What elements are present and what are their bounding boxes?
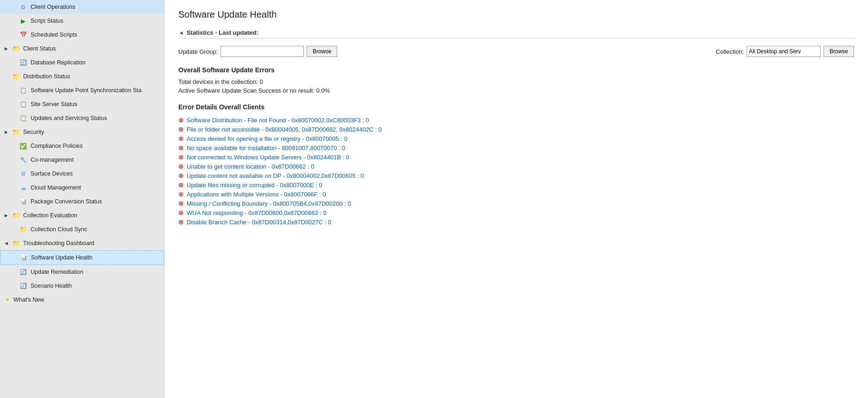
sidebar-item-scenario-health[interactable]: 🔄Scenario Health: [0, 279, 164, 293]
error-item-err4[interactable]: ⊗No space available for installation - 8…: [178, 143, 854, 152]
sidebar-item-compliance-policies[interactable]: ✅Compliance Policies: [0, 139, 164, 153]
error-text-err12: Disable Branch Cache - 0x87D00314,0x87D0…: [187, 219, 331, 226]
icon-update-remediation: 🔄: [19, 267, 28, 277]
icon-software-update-health: 📊: [19, 253, 28, 262]
icon-software-update-point: 📋: [19, 86, 28, 95]
sidebar: ⚙Client Operations▶Script Status📅Schedul…: [0, 0, 164, 398]
error-icon-err3: ⊗: [178, 135, 184, 142]
star-icon: ✦: [5, 296, 11, 304]
label-client-operations: Client Operations: [31, 4, 75, 10]
error-item-err5[interactable]: ⊗Not connected to Windows Update Servers…: [178, 152, 854, 162]
icon-client-operations: ⚙: [19, 2, 28, 12]
sidebar-item-collection-cloud-sync[interactable]: 📁Collection Cloud Sync: [0, 222, 164, 236]
sidebar-item-update-remediation[interactable]: 🔄Update Remediation: [0, 265, 164, 279]
label-database-replication: Database Replication: [31, 59, 86, 66]
label-package-conversion: Package Conversion Status: [31, 198, 102, 205]
label-cloud-management: Cloud Management: [31, 184, 81, 191]
statistics-section-header: ◄ Statistics - Last updated:: [178, 29, 854, 38]
bottom-label-whats-new: What's New: [13, 297, 44, 303]
error-item-err9[interactable]: ⊗Applications with Multiple Versions - 0…: [178, 190, 854, 199]
error-text-err2: File or folder not accessible - 0x800040…: [187, 126, 382, 133]
sidebar-item-script-status[interactable]: ▶Script Status: [0, 14, 164, 28]
sidebar-item-site-server-status[interactable]: 📋Site Server Status: [0, 97, 164, 111]
sidebar-item-software-update-point[interactable]: 📋Software Update Point Synchronization S…: [0, 83, 164, 97]
error-text-err9: Applications with Multiple Versions - 0x…: [187, 191, 326, 198]
sidebar-item-security[interactable]: ▶📁Security: [0, 125, 164, 139]
arrow-icon-collection-evaluation: ▶: [5, 213, 11, 218]
error-icon-err8: ⊗: [178, 181, 184, 189]
icon-scenario-health: 🔄: [19, 281, 28, 291]
collapse-arrow-icon[interactable]: ◄: [178, 30, 184, 36]
error-text-err5: Not connected to Windows Update Servers …: [187, 154, 349, 161]
filter-row: Update Group: Browse Collection: Browse: [178, 46, 854, 57]
icon-cloud-management: ☁: [19, 183, 28, 192]
error-item-err2[interactable]: ⊗File or folder not accessible - 0x80004…: [178, 125, 854, 134]
error-text-err1: Software Distribution - File not Found -…: [187, 117, 369, 124]
icon-site-server-status: 📋: [19, 100, 28, 109]
error-text-err6: Unable to get content location - 0x87D00…: [187, 163, 314, 170]
error-item-err12[interactable]: ⊗Disable Branch Cache - 0x87D00314,0x87D…: [178, 217, 854, 227]
icon-distribution-status: 📁: [11, 72, 20, 81]
sidebar-item-cloud-management[interactable]: ☁Cloud Management: [0, 181, 164, 195]
update-group-input[interactable]: [220, 46, 304, 57]
label-scheduled-scripts: Scheduled Scripts: [31, 32, 77, 38]
collection-input[interactable]: [747, 46, 821, 57]
collection-browse-button[interactable]: Browse: [824, 46, 854, 57]
total-devices-text: Total devices in the collection: 0: [178, 78, 854, 85]
error-item-err11[interactable]: ⊗WUA Not responding - 0x87D00600,0x87D00…: [178, 208, 854, 217]
error-details-title: Error Details Overall Clients: [178, 103, 854, 111]
icon-script-status: ▶: [19, 16, 28, 25]
sidebar-item-package-conversion[interactable]: 📊Package Conversion Status: [0, 195, 164, 208]
error-item-err7[interactable]: ⊗Update content not available on DP - 0x…: [178, 171, 854, 180]
icon-package-conversion: 📊: [19, 197, 28, 206]
sidebar-item-co-management[interactable]: 🔧Co-management: [0, 153, 164, 167]
scan-success-text: Active Software Update Scan Success or n…: [178, 87, 854, 94]
update-group-browse-button[interactable]: Browse: [307, 46, 337, 57]
sidebar-item-surface-devices[interactable]: 🖥Surface Devices: [0, 167, 164, 181]
error-item-err8[interactable]: ⊗Update files missing or corrupted - 0x8…: [178, 180, 854, 190]
label-distribution-status: Distribution Status: [23, 73, 70, 80]
error-text-err10: Missing / Conflicting Boundary - 0x80070…: [187, 200, 351, 207]
error-icon-err4: ⊗: [178, 144, 184, 152]
label-update-remediation: Update Remediation: [31, 269, 83, 275]
label-collection-cloud-sync: Collection Cloud Sync: [31, 226, 87, 233]
icon-scheduled-scripts: 📅: [19, 30, 28, 39]
sidebar-item-collection-evaluation[interactable]: ▶📁Collection Evaluation: [0, 208, 164, 222]
icon-surface-devices: 🖥: [19, 169, 28, 178]
icon-collection-cloud-sync: 📁: [19, 225, 28, 234]
update-group-label: Update Group:: [178, 48, 218, 55]
error-item-err3[interactable]: ⊗Access denied for opening a file or reg…: [178, 134, 854, 143]
sidebar-item-database-replication[interactable]: 🔄Database Replication: [0, 56, 164, 69]
sidebar-item-troubleshooting-dashboard[interactable]: ◀📁Troubleshooting Dashboard: [0, 236, 164, 250]
sidebar-item-client-status[interactable]: ▶📁Client Status: [0, 42, 164, 56]
sidebar-item-updates-servicing[interactable]: 📋Updates and Servicing Status: [0, 111, 164, 125]
label-scenario-health: Scenario Health: [31, 283, 72, 289]
sidebar-bottom-whats-new[interactable]: ✦What's New: [0, 293, 164, 307]
label-compliance-policies: Compliance Policies: [31, 143, 83, 149]
label-site-server-status: Site Server Status: [31, 101, 77, 107]
statistics-label: Statistics - Last updated:: [187, 29, 258, 36]
icon-collection-evaluation: 📁: [11, 211, 20, 220]
error-item-err1[interactable]: ⊗Software Distribution - File not Found …: [178, 115, 854, 125]
error-text-err4: No space available for installation - 80…: [187, 145, 346, 152]
label-software-update-health: Software Update Health: [31, 254, 93, 261]
error-item-err6[interactable]: ⊗Unable to get content location - 0x87D0…: [178, 162, 854, 171]
icon-client-status: 📁: [11, 44, 20, 53]
icon-troubleshooting-dashboard: 📁: [11, 239, 20, 248]
sidebar-item-distribution-status[interactable]: 📁Distribution Status: [0, 69, 164, 83]
error-text-err8: Update files missing or corrupted - 0x80…: [187, 182, 322, 189]
sidebar-item-client-operations[interactable]: ⚙Client Operations: [0, 0, 164, 14]
collection-label: Collection:: [716, 48, 744, 55]
error-icon-err2: ⊗: [178, 126, 184, 133]
arrow-icon-troubleshooting-dashboard: ◀: [5, 241, 11, 246]
icon-database-replication: 🔄: [19, 58, 28, 67]
label-co-management: Co-management: [31, 157, 74, 163]
sidebar-item-scheduled-scripts[interactable]: 📅Scheduled Scripts: [0, 28, 164, 42]
overall-errors-section: Overall Software Update Errors Total dev…: [178, 66, 854, 94]
error-icon-err5: ⊗: [178, 153, 184, 161]
icon-co-management: 🔧: [19, 155, 28, 164]
icon-security: 📁: [11, 127, 20, 137]
sidebar-item-software-update-health[interactable]: 📊Software Update Health: [0, 250, 164, 265]
overall-errors-title: Overall Software Update Errors: [178, 66, 854, 74]
error-item-err10[interactable]: ⊗Missing / Conflicting Boundary - 0x8007…: [178, 199, 854, 208]
